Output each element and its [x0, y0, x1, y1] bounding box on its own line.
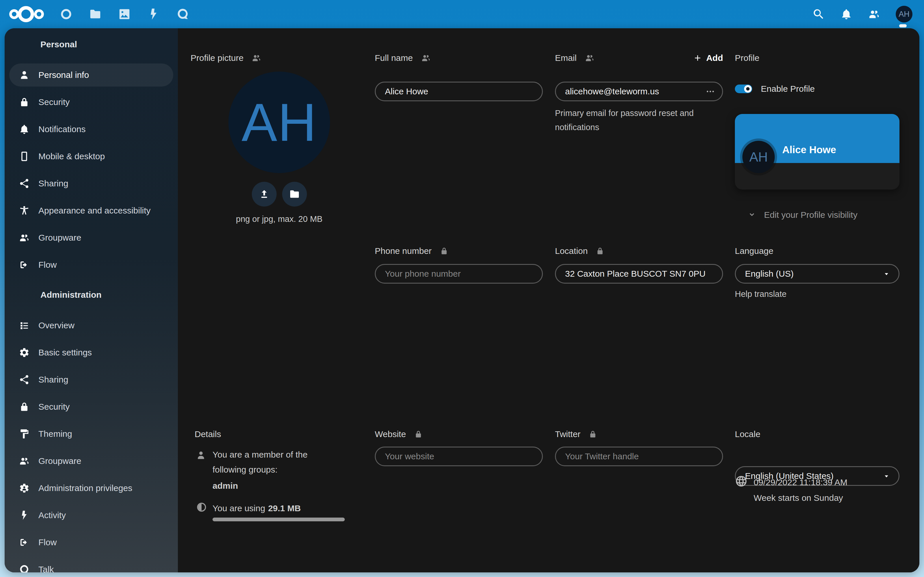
quota-value: 29.1 MB	[268, 503, 300, 513]
location-input[interactable]	[555, 264, 723, 284]
edit-profile-visibility-label: Edit your Profile visibility	[764, 210, 857, 220]
enable-profile-toggle[interactable]	[735, 85, 752, 93]
help-translate-link[interactable]: Help translate	[735, 289, 787, 299]
language-select[interactable]: English (US)	[735, 264, 900, 284]
profile-preview-card[interactable]: AH Alice Howe	[735, 114, 900, 190]
scope-contacts-icon[interactable]	[252, 53, 261, 63]
topbar: AH	[0, 0, 924, 28]
sidebar-item-personal-info[interactable]: Personal info	[9, 63, 173, 87]
sidebar-item-label: Talk	[39, 564, 54, 572]
app-talk[interactable]	[176, 8, 189, 21]
email-field-wrap	[555, 82, 723, 101]
logo-ring-left	[9, 9, 19, 19]
full-name-label: Full name	[375, 53, 413, 63]
bell-icon	[840, 8, 852, 20]
profile-card-initials: AH	[749, 149, 768, 165]
sidebar-item-sharing-admin[interactable]: Sharing	[9, 368, 173, 391]
locale-week-start: Week starts on Sunday	[754, 490, 843, 506]
sidebar-item-notifications[interactable]: Notifications	[9, 118, 173, 141]
enable-profile-label: Enable Profile	[761, 84, 815, 94]
edit-profile-visibility[interactable]: Edit your Profile visibility	[747, 210, 857, 220]
lock-icon[interactable]	[440, 247, 448, 255]
user-avatar-initials: AH	[898, 10, 909, 19]
scope-contacts-icon[interactable]	[585, 53, 594, 63]
app-files[interactable]	[89, 8, 102, 21]
profile-picture-label-row: Profile picture	[191, 53, 261, 63]
sidebar-item-flow-admin[interactable]: Flow	[9, 531, 173, 554]
sidebar-item-label: Sharing	[39, 179, 68, 189]
talk-icon	[19, 564, 30, 572]
upload-icon	[258, 189, 270, 200]
enable-profile-row: Enable Profile	[735, 81, 815, 97]
notifications-button[interactable]	[840, 8, 852, 20]
sidebar-item-groupware-admin[interactable]: Groupware	[9, 450, 173, 472]
plus-icon	[693, 53, 702, 63]
lock-icon[interactable]	[414, 430, 423, 438]
app-photos[interactable]	[118, 8, 131, 21]
sidebar-item-appearance-accessibility[interactable]: Appearance and accessibility	[9, 199, 173, 222]
full-name-input[interactable]	[375, 82, 543, 101]
sidebar-item-security[interactable]: Security	[9, 90, 173, 114]
bell-icon	[19, 124, 30, 135]
picture-hint: png or jpg, max. 20 MB	[217, 214, 342, 224]
upload-picture-button[interactable]	[252, 182, 276, 206]
sidebar-item-label: Basic settings	[39, 348, 92, 358]
section-header-administration: Administration	[40, 289, 178, 301]
roller-icon	[19, 429, 30, 439]
settings-main: Profile picture AH png or jpg, max. 20 M…	[178, 28, 919, 572]
search-icon	[813, 8, 825, 20]
contacts-button[interactable]	[868, 8, 880, 20]
chevron-down-icon	[747, 210, 756, 219]
profile-card-avatar: AH	[742, 141, 775, 173]
sidebar-item-mobile-desktop[interactable]: Mobile & desktop	[9, 145, 173, 168]
details-label-row: Details	[195, 429, 221, 439]
scope-contacts-icon[interactable]	[421, 53, 431, 63]
sidebar-item-groupware[interactable]: Groupware	[9, 226, 173, 249]
location-field-wrap	[555, 264, 723, 284]
lock-icon[interactable]	[588, 430, 597, 438]
app-activity[interactable]	[147, 8, 160, 21]
flow-icon	[19, 537, 30, 548]
sidebar-item-label: Personal info	[39, 70, 89, 80]
email-options-button[interactable]	[705, 86, 716, 97]
add-email-button[interactable]: Add	[693, 53, 723, 63]
person-icon	[19, 69, 30, 81]
full-name-field-wrap	[375, 82, 543, 101]
sidebar-item-flow[interactable]: Flow	[9, 253, 173, 276]
sidebar-item-talk[interactable]: Talk	[9, 558, 173, 572]
sidebar-item-label: Sharing	[39, 375, 68, 385]
website-field-wrap	[375, 446, 543, 466]
sidebar-item-admin-privileges[interactable]: Administration privileges	[9, 477, 173, 500]
profile-section-label-row: Profile	[735, 53, 759, 63]
user-menu-indicator	[899, 24, 907, 27]
full-name-label-row: Full name	[375, 53, 431, 63]
location-label-row: Location	[555, 246, 604, 256]
sidebar-item-label: Overview	[39, 321, 74, 330]
sidebar-item-basic-settings[interactable]: Basic settings	[9, 341, 173, 364]
email-helper: Primary email for password reset and not…	[555, 106, 702, 134]
email-input[interactable]	[555, 82, 723, 101]
sidebar-item-overview[interactable]: Overview	[9, 314, 173, 337]
phone-field-wrap	[375, 264, 543, 284]
profile-picture-initials: AH	[242, 92, 317, 153]
language-label: Language	[735, 246, 773, 256]
share-icon	[19, 374, 30, 385]
lock-icon[interactable]	[596, 247, 604, 255]
choose-from-files-button[interactable]	[282, 182, 307, 206]
phone-input[interactable]	[375, 264, 543, 284]
website-input[interactable]	[375, 446, 543, 466]
app-dashboard[interactable]	[60, 8, 73, 21]
search-button[interactable]	[813, 8, 825, 20]
groups-text: You are a member of the following groups…	[213, 447, 339, 477]
sidebar-item-security-admin[interactable]: Security	[9, 395, 173, 418]
nextcloud-logo[interactable]	[9, 6, 44, 22]
twitter-input[interactable]	[555, 446, 723, 466]
sidebar-item-sharing[interactable]: Sharing	[9, 172, 173, 195]
sidebar-item-activity[interactable]: Activity	[9, 504, 173, 527]
website-label-row: Website	[375, 429, 423, 439]
sidebar-item-label: Flow	[39, 260, 57, 270]
twitter-label-row: Twitter	[555, 429, 597, 439]
user-avatar[interactable]: AH	[896, 6, 913, 23]
sidebar-item-theming[interactable]: Theming	[9, 422, 173, 445]
dashboard-icon	[60, 8, 73, 21]
